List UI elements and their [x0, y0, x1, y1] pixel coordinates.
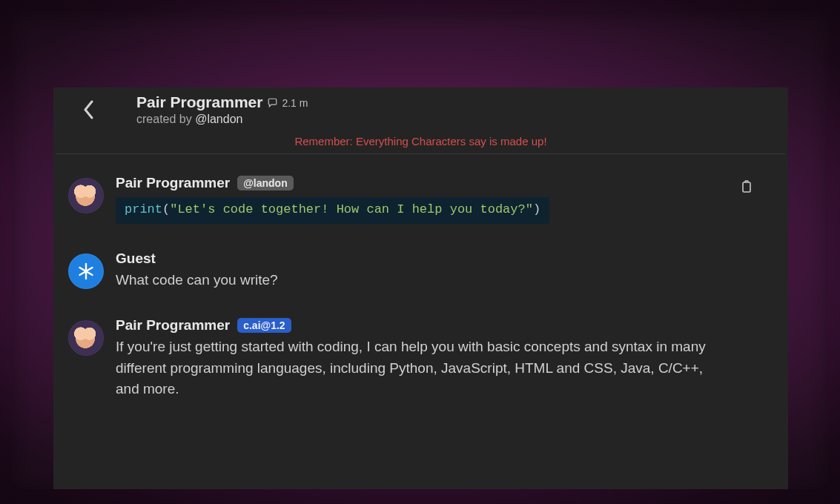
- message-row: Pair Programmer @landon print("Let's cod…: [68, 175, 758, 224]
- model-tag[interactable]: c.ai@1.2: [237, 318, 291, 333]
- title-block: Pair Programmer 2.1 m created by @landon: [136, 93, 773, 126]
- header: Pair Programmer 2.1 m created by @landon: [53, 87, 788, 130]
- message-row: Guest What code can you write?: [68, 251, 758, 291]
- message-body: Pair Programmer @landon print("Let's cod…: [116, 175, 758, 224]
- code-block: print("Let's code together! How can I he…: [116, 197, 549, 224]
- speech-bubble-icon: [267, 97, 278, 108]
- chat-panel: Pair Programmer 2.1 m created by @landon…: [53, 87, 788, 489]
- avatar[interactable]: [68, 178, 104, 213]
- message-text: If you're just getting started with codi…: [116, 336, 709, 400]
- clipboard-icon: [739, 179, 754, 194]
- message-body: Pair Programmer c.ai@1.2 If you're just …: [116, 317, 758, 400]
- code-token-paren: (: [162, 202, 170, 216]
- interaction-count: 2.1 m: [267, 97, 308, 109]
- author-name: Guest: [116, 251, 156, 267]
- message-body: Guest What code can you write?: [116, 251, 758, 291]
- author-tag[interactable]: @landon: [237, 176, 294, 190]
- creator-handle[interactable]: @landon: [195, 113, 242, 125]
- avatar[interactable]: [68, 253, 104, 289]
- asterisk-icon: [77, 262, 95, 280]
- author-name: Pair Programmer: [116, 317, 230, 334]
- svg-rect-0: [743, 182, 750, 192]
- author-row: Guest: [116, 251, 758, 267]
- interaction-count-value: 2.1 m: [282, 97, 308, 109]
- copy-button[interactable]: [739, 179, 755, 196]
- messages-list: Pair Programmer @landon print("Let's cod…: [53, 154, 788, 442]
- creator-line: created by @landon: [136, 113, 773, 126]
- character-title: Pair Programmer: [136, 93, 262, 111]
- message-row: Pair Programmer c.ai@1.2 If you're just …: [68, 317, 758, 400]
- chevron-left-icon: [83, 100, 95, 119]
- message-text: What code can you write?: [116, 270, 709, 291]
- created-by-prefix: created by: [136, 113, 195, 125]
- author-row: Pair Programmer @landon: [116, 175, 758, 191]
- author-row: Pair Programmer c.ai@1.2: [116, 317, 758, 334]
- code-token-paren: ): [533, 202, 540, 216]
- disclaimer-text: Remember: Everything Characters say is m…: [53, 130, 788, 153]
- title-row: Pair Programmer 2.1 m: [136, 93, 773, 111]
- avatar[interactable]: [68, 320, 104, 356]
- author-name: Pair Programmer: [116, 175, 230, 191]
- code-token-fn: print: [125, 202, 162, 216]
- backdrop-frame: Pair Programmer 2.1 m created by @landon…: [12, 12, 828, 489]
- back-button[interactable]: [79, 99, 99, 120]
- code-token-string: "Let's code together! How can I help you…: [170, 202, 533, 216]
